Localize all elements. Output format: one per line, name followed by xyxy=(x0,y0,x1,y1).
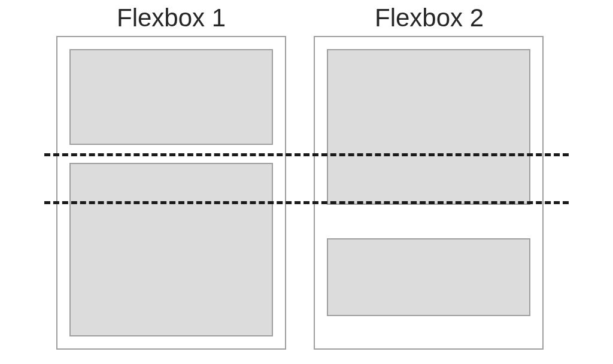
flexbox-2-container xyxy=(314,36,544,350)
flexbox-1-item-a xyxy=(69,49,273,145)
flexbox-1-label: Flexbox 1 xyxy=(117,4,226,32)
alignment-guide-bottom xyxy=(44,201,569,204)
flexbox-1-item-b xyxy=(69,163,273,336)
diagram-stage: Flexbox 1 Flexbox 2 xyxy=(0,0,613,364)
flexbox-2-label: Flexbox 2 xyxy=(375,4,484,32)
flexbox-2-item-a xyxy=(327,49,530,205)
flexbox-1-container xyxy=(56,36,286,350)
alignment-guide-top xyxy=(44,153,569,156)
flexbox-2-item-b xyxy=(327,238,530,316)
